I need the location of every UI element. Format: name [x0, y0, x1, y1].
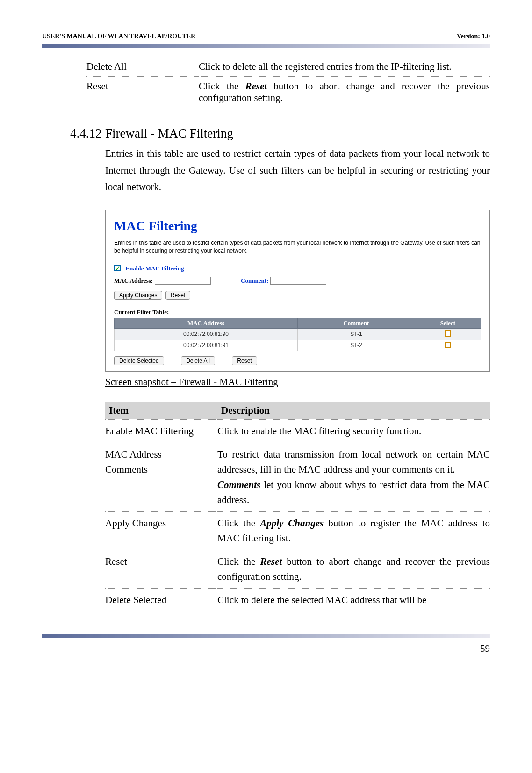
- reset-button[interactable]: Reset: [165, 291, 190, 300]
- table-row-desc: Click to delete all the registered entri…: [199, 57, 490, 77]
- mac-button-row: Delete Selected Delete All Reset: [114, 356, 481, 365]
- apply-changes-button[interactable]: Apply Changes: [114, 291, 162, 300]
- mac-table-header: MAC Address: [115, 318, 298, 328]
- section-heading: 4.4.12Firewall - MAC Filtering: [70, 126, 490, 141]
- page-header: USER'S MANUAL OF WLAN TRAVEL AP/ROUTER V…: [42, 33, 490, 44]
- desc-row-label: Apply Changes: [105, 511, 217, 550]
- desc-row-desc: Click to delete the selected MAC address…: [217, 588, 490, 611]
- desc-table-header-desc: Description: [217, 402, 490, 420]
- table-row: 00:02:72:00:81:90 ST-1: [115, 328, 481, 340]
- section-number: 4.4.12: [70, 126, 105, 141]
- screenshot-caption: Screen snapshot – Firewall - MAC Filteri…: [105, 376, 490, 388]
- table-row-label: Delete All: [86, 57, 199, 77]
- reset-button[interactable]: Reset: [232, 356, 257, 365]
- mac-cell: 00:02:72:00:81:90: [115, 328, 298, 340]
- desc-row-desc: Click the Reset button to abort change a…: [217, 550, 490, 588]
- enable-mac-row: Enable MAC Filtering: [114, 264, 481, 272]
- enable-mac-checkbox[interactable]: [114, 265, 121, 271]
- delete-all-button[interactable]: Delete All: [181, 356, 215, 365]
- mac-table-header: Select: [415, 318, 481, 328]
- desc-row-label: Enable MAC Filtering: [105, 419, 217, 443]
- mac-address-label: MAC Address:: [114, 277, 153, 284]
- mac-address-input[interactable]: [155, 277, 211, 285]
- section-body: Entries in this table are used to restri…: [105, 146, 490, 196]
- table-row: 00:02:72:00:81:91 ST-2: [115, 340, 481, 351]
- header-left: USER'S MANUAL OF WLAN TRAVEL AP/ROUTER: [42, 33, 195, 40]
- mac-apply-row: Apply Changes Reset: [114, 291, 481, 300]
- enable-mac-label: Enable MAC Filtering: [125, 264, 184, 271]
- description-table: Item Description Enable MAC Filtering Cl…: [105, 402, 490, 611]
- mac-input-row: MAC Address: Comment:: [114, 276, 481, 285]
- select-cell: [415, 340, 481, 351]
- header-right: Version: 1.0: [457, 33, 490, 40]
- mac-table-header: Comment: [298, 318, 415, 328]
- desc-row-desc: Click to enable the MAC filtering securi…: [217, 419, 490, 443]
- comment-cell: ST-2: [298, 340, 415, 351]
- top-continuation-table: Delete All Click to delete all the regis…: [86, 57, 490, 108]
- desc-row-label: MAC Address Comments: [105, 443, 217, 511]
- desc-row-label: Delete Selected: [105, 588, 217, 611]
- desc-table-header-item: Item: [105, 402, 217, 420]
- mac-filter-table: MAC Address Comment Select 00:02:72:00:8…: [114, 318, 481, 351]
- current-filter-table-label: Current Filter Table:: [114, 308, 481, 316]
- mac-desc: Entries in this table are used to restri…: [114, 239, 481, 255]
- table-row-desc: Click the Reset button to abort change a…: [199, 77, 490, 108]
- delete-selected-button[interactable]: Delete Selected: [114, 356, 164, 365]
- comment-cell: ST-1: [298, 328, 415, 340]
- mac-cell: 00:02:72:00:81:91: [115, 340, 298, 351]
- mac-title: MAC Filtering: [114, 219, 481, 233]
- select-checkbox[interactable]: [445, 330, 451, 337]
- table-row-label: Reset: [86, 77, 199, 108]
- desc-row-desc: Click the Apply Changes button to regist…: [217, 511, 490, 550]
- section-title: Firewall - MAC Filtering: [105, 126, 233, 140]
- page-number: 59: [0, 643, 532, 655]
- header-divider: [42, 44, 490, 48]
- footer-divider: [42, 634, 490, 638]
- comment-label: Comment:: [241, 277, 268, 284]
- select-checkbox[interactable]: [445, 342, 451, 348]
- select-cell: [415, 328, 481, 340]
- comment-input[interactable]: [270, 277, 326, 285]
- mac-filtering-screenshot: MAC Filtering Entries in this table are …: [105, 210, 490, 372]
- desc-row-label: Reset: [105, 550, 217, 588]
- divider: [114, 259, 481, 259]
- desc-row-desc: To restrict data transmission from local…: [217, 443, 490, 511]
